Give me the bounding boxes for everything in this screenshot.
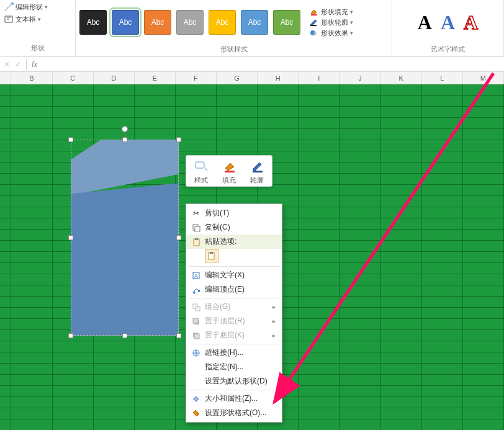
cell[interactable] xyxy=(176,140,217,151)
col-head[interactable]: F xyxy=(176,72,217,84)
cell[interactable] xyxy=(299,285,340,297)
cell[interactable] xyxy=(422,84,463,96)
cell[interactable] xyxy=(381,129,422,140)
shape-outline-button[interactable]: 形状轮廓 ▾ xyxy=(309,18,353,27)
cell[interactable] xyxy=(258,129,299,140)
cell[interactable] xyxy=(0,129,11,140)
cell[interactable] xyxy=(0,419,11,430)
cell[interactable] xyxy=(11,207,52,218)
ctx-edit-text[interactable]: A 编辑文字(X) xyxy=(186,268,282,282)
cell[interactable] xyxy=(0,308,11,319)
cell[interactable] xyxy=(299,330,340,341)
cell[interactable] xyxy=(422,207,463,218)
cell[interactable] xyxy=(217,84,258,96)
cell[interactable] xyxy=(381,163,422,174)
cell[interactable] xyxy=(94,341,135,352)
paste-option-default[interactable] xyxy=(205,249,218,262)
cell[interactable] xyxy=(0,84,11,96)
cell[interactable] xyxy=(11,364,52,375)
cell[interactable] xyxy=(299,274,340,285)
cell[interactable] xyxy=(463,241,504,252)
cell[interactable] xyxy=(11,386,52,397)
cell[interactable] xyxy=(299,375,340,386)
cell[interactable] xyxy=(422,218,463,230)
cell[interactable] xyxy=(0,118,11,129)
textbox-button[interactable]: 文本框 ▾ xyxy=(2,14,73,25)
cell[interactable] xyxy=(53,375,94,386)
cell[interactable] xyxy=(0,341,11,352)
cell[interactable] xyxy=(135,419,176,430)
cell[interactable] xyxy=(422,96,463,107)
col-head[interactable]: L xyxy=(422,72,463,84)
cell[interactable] xyxy=(0,252,11,263)
cell[interactable] xyxy=(422,163,463,174)
cell[interactable] xyxy=(340,397,380,408)
cell[interactable] xyxy=(422,285,463,297)
cell[interactable] xyxy=(94,118,135,129)
col-head[interactable]: C xyxy=(53,72,94,84)
cell[interactable] xyxy=(299,230,340,241)
cell[interactable] xyxy=(463,352,504,364)
cell[interactable] xyxy=(0,408,11,419)
cell[interactable] xyxy=(135,397,176,408)
cell[interactable] xyxy=(0,285,11,297)
cell[interactable] xyxy=(11,174,52,185)
style-swatch-orange[interactable]: Abc xyxy=(144,10,171,35)
cell[interactable] xyxy=(422,352,463,364)
cell[interactable] xyxy=(381,364,422,375)
cell[interactable] xyxy=(299,386,340,397)
cell[interactable] xyxy=(11,285,52,297)
ctx-edit-points[interactable]: 编辑顶点(E) xyxy=(186,282,282,297)
cell[interactable] xyxy=(94,129,135,140)
cell[interactable] xyxy=(299,207,340,218)
cell[interactable] xyxy=(299,84,340,96)
ctx-copy[interactable]: 复制(C) xyxy=(186,220,282,235)
cell[interactable] xyxy=(11,107,52,118)
cell[interactable] xyxy=(0,174,11,185)
cell[interactable] xyxy=(340,129,380,140)
cell[interactable] xyxy=(340,364,380,375)
cell[interactable] xyxy=(381,185,422,196)
resize-handle-bm[interactable] xyxy=(122,333,127,338)
style-swatch-blue[interactable]: Abc xyxy=(112,10,139,35)
cell[interactable] xyxy=(381,308,422,319)
cell[interactable] xyxy=(299,263,340,274)
cell[interactable] xyxy=(53,397,94,408)
cell[interactable] xyxy=(463,196,504,207)
cell[interactable] xyxy=(176,118,217,129)
cell[interactable] xyxy=(463,84,504,96)
cell[interactable] xyxy=(463,397,504,408)
cell[interactable] xyxy=(381,319,422,330)
cell[interactable] xyxy=(422,297,463,308)
cell[interactable] xyxy=(340,151,380,163)
cell[interactable] xyxy=(340,241,380,252)
cell[interactable] xyxy=(422,129,463,140)
cell[interactable] xyxy=(53,84,94,96)
cell[interactable] xyxy=(258,140,299,151)
cell[interactable] xyxy=(53,408,94,419)
cell[interactable] xyxy=(11,185,52,196)
cell[interactable] xyxy=(135,118,176,129)
rotate-handle[interactable] xyxy=(122,126,128,132)
resize-handle-br[interactable] xyxy=(176,333,181,338)
cell[interactable] xyxy=(463,341,504,352)
cell[interactable] xyxy=(299,107,340,118)
cell[interactable] xyxy=(0,397,11,408)
cell[interactable] xyxy=(381,218,422,230)
cell[interactable] xyxy=(422,375,463,386)
resize-handle-tl[interactable] xyxy=(68,137,73,142)
cell[interactable] xyxy=(135,341,176,352)
col-head[interactable]: G xyxy=(217,72,258,84)
cell[interactable] xyxy=(340,386,380,397)
col-head[interactable]: D xyxy=(94,72,135,84)
cell[interactable] xyxy=(11,241,52,252)
mini-outline-button[interactable]: 轮廓 xyxy=(248,158,266,185)
cell[interactable] xyxy=(381,174,422,185)
formula-input[interactable] xyxy=(42,59,500,70)
cell[interactable] xyxy=(463,230,504,241)
cell[interactable] xyxy=(0,230,11,241)
cell[interactable] xyxy=(340,196,380,207)
cell[interactable] xyxy=(381,408,422,419)
cell[interactable] xyxy=(11,419,52,430)
cell[interactable] xyxy=(340,352,380,364)
